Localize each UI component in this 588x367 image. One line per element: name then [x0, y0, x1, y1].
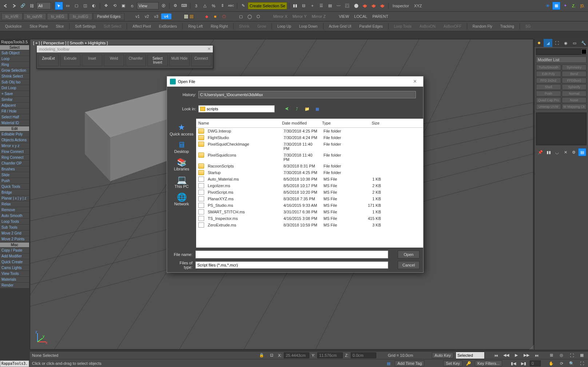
modifier-push[interactable]: Push	[536, 91, 561, 96]
dotted-circ-icon[interactable]: ◯	[246, 12, 254, 20]
up-folder-icon[interactable]: ⤴	[293, 105, 301, 113]
modify-tab-icon[interactable]: ◢	[544, 39, 553, 47]
chamfer-button[interactable]: Chamfer	[126, 55, 146, 66]
ring-connect-button[interactable]: Ring Connect	[0, 155, 29, 161]
rappatools-floater[interactable]: RappaTools3.	[0, 360, 29, 367]
lookin-dropdown[interactable]: scripts	[198, 105, 275, 113]
viewport-config-icon[interactable]: ▦	[578, 351, 586, 359]
ring-right-button[interactable]: Ring Right	[207, 23, 231, 29]
similar-button[interactable]: Similar	[0, 97, 29, 103]
loop-up-button[interactable]: Loop Up	[274, 23, 295, 29]
select-half-button[interactable]: Select Half	[0, 114, 29, 120]
selection-filter-dropdown[interactable]: All	[36, 2, 51, 9]
move-2-points-button[interactable]: Move 2 Points	[0, 236, 29, 242]
active-grid-ui-button[interactable]: Active Grid UI	[325, 23, 355, 29]
render-setup-icon[interactable]: 🫖	[361, 2, 369, 10]
add-modifier-button[interactable]: Add Modifier	[0, 253, 29, 259]
extrude-button[interactable]: Extrude	[60, 55, 80, 66]
view-menu-icon[interactable]: ▦	[313, 105, 321, 113]
modifier-list-dropdown[interactable]: Modifier List	[536, 56, 587, 63]
col-type[interactable]: Type	[320, 120, 356, 126]
close-icon[interactable]: ✕	[409, 79, 420, 84]
file-row[interactable]: PixelSquidCheckImage7/30/2018 11:40 PMFi…	[196, 141, 423, 152]
sg-button[interactable]: SG	[522, 23, 534, 29]
configure-sets-icon[interactable]: ⚙	[570, 148, 578, 156]
filename-input[interactable]	[195, 250, 388, 259]
to-invr-button[interactable]: to_inVR	[1, 13, 23, 20]
slice-plane-button[interactable]: Slice Plane	[26, 23, 52, 29]
flow-connect-button[interactable]: Flow Connect	[0, 149, 29, 155]
show-end-result-icon[interactable]: ▮▮	[545, 148, 553, 156]
brushes-button[interactable]: Brushes	[0, 166, 29, 172]
stack-options-icon[interactable]: ▤	[578, 148, 586, 156]
modifier-spherify[interactable]: Spherify	[562, 84, 587, 90]
chamfer-op-button[interactable]: Chamfer OP	[0, 161, 29, 166]
planar-x-y-z-button[interactable]: Planar | x | y | z	[0, 196, 29, 201]
make-unique-icon[interactable]: ◡	[553, 148, 561, 156]
to-outeg-button[interactable]: to_outEG	[69, 13, 92, 20]
col-size[interactable]: Size	[356, 120, 382, 126]
goto-end-icon[interactable]: ⏭	[533, 351, 541, 359]
sub-tools-button[interactable]: Sub Tools	[0, 225, 29, 230]
place-libraries[interactable]: 📚Libraries	[172, 157, 191, 173]
inset-button[interactable]: Inset	[82, 55, 102, 66]
slice-button[interactable]: Slice	[52, 23, 68, 29]
time-config-icon[interactable]: ▮◀	[509, 359, 517, 367]
extborders-button[interactable]: ExtBorders	[155, 23, 180, 29]
prev-frame-icon[interactable]: ◀◀	[502, 351, 510, 359]
grow-button[interactable]: Grow	[254, 23, 270, 29]
isolate-icon[interactable]: ⊞	[547, 351, 555, 359]
redo-icon[interactable]	[10, 2, 18, 10]
key-icon[interactable]: 🔑	[465, 359, 473, 367]
frame-spinner[interactable]: 0	[530, 360, 541, 366]
asboxoff-button[interactable]: AsBoxOFF	[440, 23, 465, 29]
modifier-w-mapping-ck[interactable]: W Mapping Ck	[562, 104, 587, 110]
copy-paste-button[interactable]: Copy / Paste	[0, 248, 29, 253]
loop-down-button[interactable]: Loop Down	[295, 23, 321, 29]
hierarchy-tab-icon[interactable]: ⛶	[552, 39, 561, 47]
layer-explorer-icon[interactable]: ▤	[326, 2, 334, 10]
file-row[interactable]: Auto_Material.ms8/5/2018 10:38 PMMS File…	[196, 176, 423, 182]
modifier-ffd-2x2x2[interactable]: FFD 2x2x2	[536, 78, 561, 83]
material-id-button[interactable]: Material ID	[0, 120, 29, 126]
rect-select-icon[interactable]: ▢	[72, 2, 80, 10]
mirror-x-y-z-button[interactable]: Mirror x y z	[0, 143, 29, 149]
v2-button[interactable]: v2	[143, 14, 151, 19]
back-icon[interactable]: ⮜	[283, 105, 291, 113]
quickslice-button[interactable]: Quickslice	[1, 23, 25, 29]
xyz-button[interactable]: XYZ	[412, 4, 424, 8]
modifier-unwrap-uvw[interactable]: Unwrap UVW	[536, 104, 561, 110]
file-row[interactable]: PivotScript.ms8/5/2018 10:20 PMMS File2 …	[196, 189, 423, 196]
dot-loop-button[interactable]: Dot Loop	[0, 85, 29, 91]
close-icon[interactable]: ✕	[207, 47, 211, 51]
asboxon-button[interactable]: AsBoxON	[416, 23, 439, 29]
connect-button[interactable]: Connect	[191, 55, 211, 66]
auto-key-button[interactable]: Auto Key	[432, 352, 453, 358]
placement-icon[interactable]: ⎋	[128, 2, 136, 10]
render-frame-icon[interactable]: 🫖	[370, 2, 378, 10]
shape-penta-icon[interactable]: ⬠	[220, 12, 228, 20]
parent-button[interactable]: PARENT	[370, 14, 390, 19]
select-object-icon[interactable]	[55, 2, 63, 10]
manipulate-icon[interactable]: ⚙	[171, 2, 179, 10]
key-mode-dropdown[interactable]: Selected	[456, 352, 485, 359]
modifier-noise[interactable]: Noise	[562, 97, 587, 103]
view-tools-button[interactable]: View Tools	[0, 271, 29, 277]
shape-square-icon[interactable]: ■	[211, 12, 219, 20]
objects-actions-button[interactable]: Objects Actions	[0, 137, 29, 143]
named-selection-dropdown[interactable]: Create Selection Se	[248, 2, 287, 9]
align-plus-icon[interactable]: ＋	[309, 2, 317, 10]
col-name[interactable]: Name	[196, 120, 280, 126]
history-dropdown[interactable]: C:\Users\yani_\Documents\3dsMax	[198, 91, 416, 98]
-save-button[interactable]: + Save	[0, 91, 29, 97]
fill-hole-button[interactable]: Fill / Hole	[0, 108, 29, 114]
script-listener-icon[interactable]: ▤	[385, 359, 393, 367]
slide-button[interactable]: Slide	[0, 172, 29, 178]
color-swatch-light[interactable]	[184, 14, 188, 19]
ring-left-button[interactable]: Ring Left	[184, 23, 206, 29]
v1-button[interactable]: v1	[133, 14, 142, 19]
dotted-rect-icon[interactable]: ▢	[237, 12, 245, 20]
file-row[interactable]: RacoonScripts8/3/2018 8:31 PMFile folder	[196, 163, 423, 169]
render-icon[interactable]: 🫖	[378, 2, 386, 10]
rotate-icon[interactable]: ⟲	[111, 2, 119, 10]
